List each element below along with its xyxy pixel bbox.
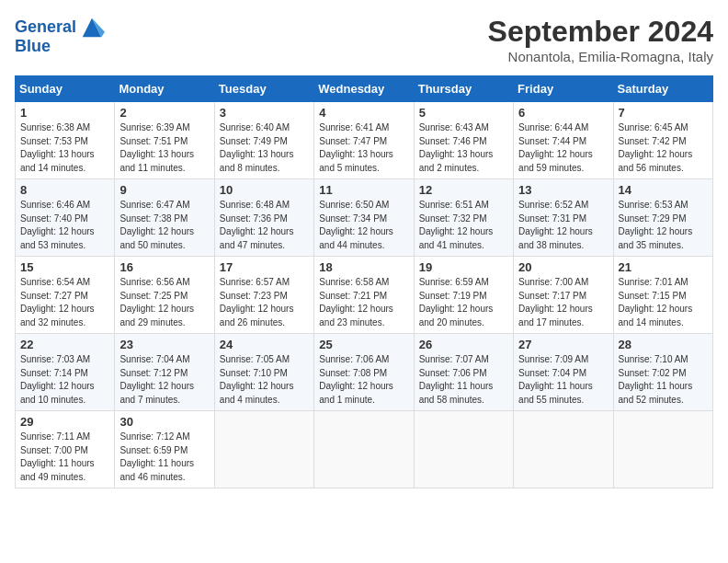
calendar-day-cell: 25 Sunrise: 7:06 AM Sunset: 7:08 PM Dayl… — [314, 334, 414, 411]
day-info: Sunrise: 7:07 AM Sunset: 7:06 PM Dayligh… — [419, 353, 508, 407]
location-subtitle: Nonantola, Emilia-Romagna, Italy — [488, 49, 713, 64]
day-info: Sunrise: 6:43 AM Sunset: 7:46 PM Dayligh… — [419, 121, 508, 175]
weekday-header: Tuesday — [214, 76, 313, 102]
day-info: Sunrise: 7:12 AM Sunset: 6:59 PM Dayligh… — [119, 431, 209, 484]
day-info: Sunrise: 6:39 AM Sunset: 7:51 PM Dayligh… — [119, 121, 209, 175]
calendar-day-cell: 8 Sunrise: 6:46 AM Sunset: 7:40 PM Dayli… — [16, 179, 115, 257]
logo-text: General — [15, 18, 76, 37]
day-number: 3 — [220, 106, 309, 120]
day-number: 29 — [20, 415, 109, 429]
day-info: Sunrise: 6:47 AM Sunset: 7:38 PM Dayligh… — [119, 199, 209, 252]
weekday-header: Sunday — [16, 76, 115, 102]
day-info: Sunrise: 6:48 AM Sunset: 7:36 PM Dayligh… — [220, 199, 309, 252]
day-number: 1 — [20, 106, 109, 120]
calendar-day-cell: 7 Sunrise: 6:45 AM Sunset: 7:42 PM Dayli… — [613, 102, 712, 179]
calendar-day-cell: 10 Sunrise: 6:48 AM Sunset: 7:36 PM Dayl… — [214, 179, 313, 257]
day-number: 25 — [319, 338, 408, 351]
weekday-header-row: SundayMondayTuesdayWednesdayThursdayFrid… — [16, 76, 713, 102]
day-number: 18 — [319, 260, 408, 274]
calendar-day-cell — [514, 411, 613, 488]
title-block: September 2024 Nonantola, Emilia-Romagna… — [488, 15, 713, 64]
calendar-day-cell — [414, 411, 513, 488]
day-number: 6 — [518, 106, 608, 120]
day-number: 27 — [518, 338, 608, 351]
calendar-day-cell: 21 Sunrise: 7:01 AM Sunset: 7:15 PM Dayl… — [613, 257, 712, 334]
calendar-day-cell: 15 Sunrise: 6:54 AM Sunset: 7:27 PM Dayl… — [16, 257, 115, 334]
day-number: 10 — [220, 183, 309, 197]
calendar-day-cell: 12 Sunrise: 6:51 AM Sunset: 7:32 PM Dayl… — [414, 179, 513, 257]
day-number: 21 — [619, 260, 708, 274]
day-number: 20 — [518, 260, 608, 274]
calendar-day-cell: 3 Sunrise: 6:40 AM Sunset: 7:49 PM Dayli… — [214, 102, 313, 179]
calendar-week-row: 15 Sunrise: 6:54 AM Sunset: 7:27 PM Dayl… — [16, 257, 713, 334]
calendar-day-cell — [613, 411, 712, 488]
day-info: Sunrise: 6:50 AM Sunset: 7:34 PM Dayligh… — [319, 199, 408, 252]
day-info: Sunrise: 6:56 AM Sunset: 7:25 PM Dayligh… — [119, 276, 209, 329]
day-number: 2 — [119, 106, 209, 120]
day-info: Sunrise: 7:10 AM Sunset: 7:02 PM Dayligh… — [619, 353, 708, 407]
calendar-day-cell: 28 Sunrise: 7:10 AM Sunset: 7:02 PM Dayl… — [613, 334, 712, 411]
day-info: Sunrise: 6:52 AM Sunset: 7:31 PM Dayligh… — [518, 199, 608, 252]
day-info: Sunrise: 6:54 AM Sunset: 7:27 PM Dayligh… — [20, 276, 109, 329]
day-info: Sunrise: 6:44 AM Sunset: 7:44 PM Dayligh… — [518, 121, 608, 175]
calendar-day-cell: 6 Sunrise: 6:44 AM Sunset: 7:44 PM Dayli… — [514, 102, 613, 179]
weekday-header: Thursday — [414, 76, 513, 102]
day-number: 26 — [419, 338, 508, 351]
day-info: Sunrise: 6:41 AM Sunset: 7:47 PM Dayligh… — [319, 121, 408, 175]
day-info: Sunrise: 6:58 AM Sunset: 7:21 PM Dayligh… — [319, 276, 408, 329]
day-number: 30 — [119, 415, 209, 429]
calendar-day-cell: 4 Sunrise: 6:41 AM Sunset: 7:47 PM Dayli… — [314, 102, 414, 179]
day-number: 13 — [518, 183, 608, 197]
day-info: Sunrise: 7:05 AM Sunset: 7:10 PM Dayligh… — [220, 353, 309, 407]
calendar-table: SundayMondayTuesdayWednesdayThursdayFrid… — [15, 75, 713, 488]
day-number: 17 — [220, 260, 309, 274]
month-title: September 2024 — [488, 15, 713, 49]
day-info: Sunrise: 6:38 AM Sunset: 7:53 PM Dayligh… — [20, 121, 109, 175]
day-number: 16 — [119, 260, 209, 274]
day-info: Sunrise: 7:11 AM Sunset: 7:00 PM Dayligh… — [20, 431, 109, 484]
day-info: Sunrise: 7:04 AM Sunset: 7:12 PM Dayligh… — [119, 353, 209, 407]
calendar-day-cell: 23 Sunrise: 7:04 AM Sunset: 7:12 PM Dayl… — [115, 334, 214, 411]
calendar-day-cell: 13 Sunrise: 6:52 AM Sunset: 7:31 PM Dayl… — [514, 179, 613, 257]
weekday-header: Monday — [115, 76, 214, 102]
day-number: 4 — [319, 106, 408, 120]
calendar-day-cell: 14 Sunrise: 6:53 AM Sunset: 7:29 PM Dayl… — [613, 179, 712, 257]
calendar-day-cell: 9 Sunrise: 6:47 AM Sunset: 7:38 PM Dayli… — [115, 179, 214, 257]
day-number: 28 — [619, 338, 708, 351]
calendar-day-cell: 26 Sunrise: 7:07 AM Sunset: 7:06 PM Dayl… — [414, 334, 513, 411]
day-info: Sunrise: 6:45 AM Sunset: 7:42 PM Dayligh… — [619, 121, 708, 175]
calendar-week-row: 22 Sunrise: 7:03 AM Sunset: 7:14 PM Dayl… — [16, 334, 713, 411]
calendar-day-cell: 1 Sunrise: 6:38 AM Sunset: 7:53 PM Dayli… — [16, 102, 115, 179]
calendar-day-cell: 17 Sunrise: 6:57 AM Sunset: 7:23 PM Dayl… — [214, 257, 313, 334]
day-number: 12 — [419, 183, 508, 197]
day-number: 8 — [20, 183, 109, 197]
day-number: 14 — [619, 183, 708, 197]
calendar-day-cell: 27 Sunrise: 7:09 AM Sunset: 7:04 PM Dayl… — [514, 334, 613, 411]
calendar-day-cell: 16 Sunrise: 6:56 AM Sunset: 7:25 PM Dayl… — [115, 257, 214, 334]
calendar-week-row: 8 Sunrise: 6:46 AM Sunset: 7:40 PM Dayli… — [16, 179, 713, 257]
calendar-day-cell — [214, 411, 313, 488]
calendar-day-cell: 29 Sunrise: 7:11 AM Sunset: 7:00 PM Dayl… — [16, 411, 115, 488]
day-number: 11 — [319, 183, 408, 197]
calendar-week-row: 1 Sunrise: 6:38 AM Sunset: 7:53 PM Dayli… — [16, 102, 713, 179]
day-info: Sunrise: 6:59 AM Sunset: 7:19 PM Dayligh… — [419, 276, 508, 329]
day-info: Sunrise: 7:00 AM Sunset: 7:17 PM Dayligh… — [518, 276, 608, 329]
logo: General Blue — [15, 15, 105, 56]
day-number: 15 — [20, 260, 109, 274]
calendar-day-cell: 18 Sunrise: 6:58 AM Sunset: 7:21 PM Dayl… — [314, 257, 414, 334]
day-info: Sunrise: 7:06 AM Sunset: 7:08 PM Dayligh… — [319, 353, 408, 407]
weekday-header: Saturday — [613, 76, 712, 102]
day-number: 23 — [119, 338, 209, 351]
calendar-day-cell: 30 Sunrise: 7:12 AM Sunset: 6:59 PM Dayl… — [115, 411, 214, 488]
calendar-day-cell: 2 Sunrise: 6:39 AM Sunset: 7:51 PM Dayli… — [115, 102, 214, 179]
day-number: 7 — [619, 106, 708, 120]
day-info: Sunrise: 6:51 AM Sunset: 7:32 PM Dayligh… — [419, 199, 508, 252]
day-info: Sunrise: 7:09 AM Sunset: 7:04 PM Dayligh… — [518, 353, 608, 407]
day-info: Sunrise: 6:46 AM Sunset: 7:40 PM Dayligh… — [20, 199, 109, 252]
weekday-header: Friday — [514, 76, 613, 102]
day-info: Sunrise: 6:53 AM Sunset: 7:29 PM Dayligh… — [619, 199, 708, 252]
weekday-header: Wednesday — [314, 76, 414, 102]
calendar-day-cell — [314, 411, 414, 488]
day-info: Sunrise: 7:01 AM Sunset: 7:15 PM Dayligh… — [619, 276, 708, 329]
calendar-day-cell: 20 Sunrise: 7:00 AM Sunset: 7:17 PM Dayl… — [514, 257, 613, 334]
